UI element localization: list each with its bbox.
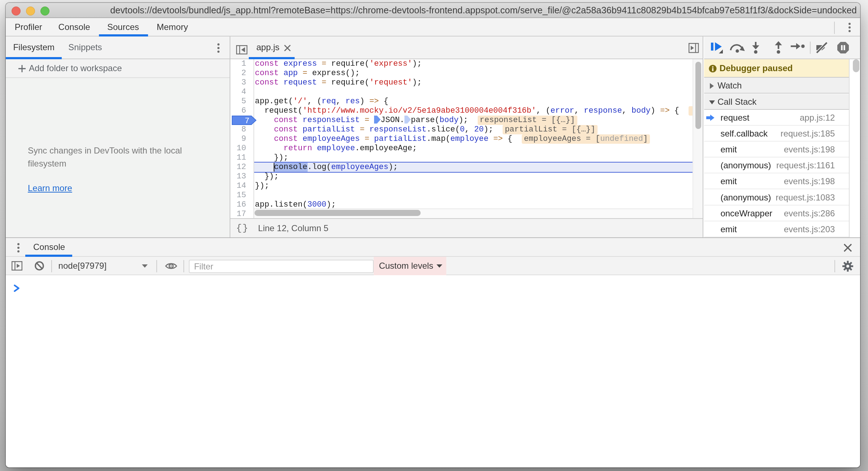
- svg-text:7: 7: [245, 117, 249, 125]
